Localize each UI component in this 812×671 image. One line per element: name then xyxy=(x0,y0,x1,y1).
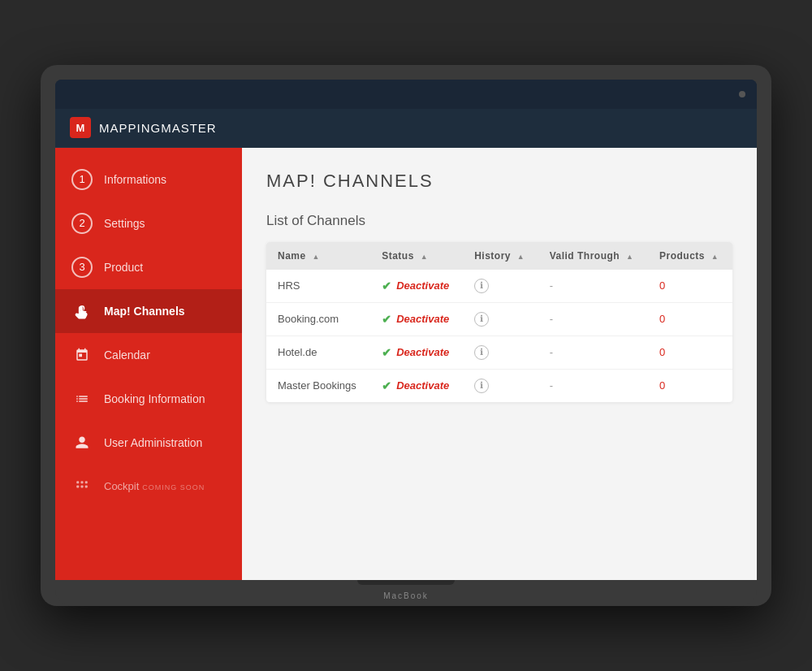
sort-arrow-valid-through: ▲ xyxy=(626,253,633,261)
sidebar-item-informations[interactable]: 1 Informations xyxy=(55,158,242,201)
list-icon xyxy=(71,388,93,409)
sort-arrow-name: ▲ xyxy=(313,253,320,261)
sidebar: 1 Informations 2 Settings 3 Product xyxy=(55,148,242,580)
col-header-history[interactable]: History ▲ xyxy=(463,242,538,270)
valid-through-val-1: - xyxy=(550,313,553,325)
cell-valid-through-0: - xyxy=(538,270,648,303)
deactivate-button-0[interactable]: Deactivate xyxy=(396,279,449,292)
check-icon-1: ✔ xyxy=(382,313,391,326)
sidebar-item-cockpit[interactable]: Cockpitcoming soon xyxy=(55,465,242,509)
cell-history-2: ℹ xyxy=(463,336,538,369)
cell-history-1: ℹ xyxy=(463,302,538,336)
svg-rect-0 xyxy=(76,481,79,483)
hand-icon xyxy=(71,301,93,322)
cell-history-0: ℹ xyxy=(463,270,538,303)
section-title: List of Channels xyxy=(266,213,732,229)
table-row: Hotel.de ✔ Deactivate ℹ - 0 xyxy=(266,336,732,369)
topbar-dot xyxy=(739,91,745,97)
cell-status-2: ✔ Deactivate xyxy=(370,336,463,369)
svg-rect-5 xyxy=(85,485,88,487)
laptop-bottom: MacBook xyxy=(55,585,757,606)
page-title: MAP! CHANNELS xyxy=(266,171,732,192)
user-icon xyxy=(71,432,93,453)
laptop-frame: M MAPPINGMASTER 1 Informations 2 Setting… xyxy=(41,65,771,606)
app-header: M MAPPINGMASTER xyxy=(55,109,757,148)
sort-arrow-status: ▲ xyxy=(421,253,428,261)
macbook-label: MacBook xyxy=(383,591,429,600)
cell-products-3: 0 xyxy=(648,369,732,402)
sidebar-label-map-channels: Map! Channels xyxy=(104,305,185,318)
cell-name-0: HRS xyxy=(266,270,370,303)
svg-rect-3 xyxy=(76,485,79,487)
sidebar-label-user-admin: User Administration xyxy=(104,436,202,449)
cell-status-3: ✔ Deactivate xyxy=(370,369,463,402)
valid-through-val-2: - xyxy=(550,346,553,358)
sidebar-item-settings[interactable]: 2 Settings xyxy=(55,201,242,245)
col-header-status[interactable]: Status ▲ xyxy=(370,242,463,270)
app-logo: MAPPINGMASTER xyxy=(99,121,217,135)
svg-rect-4 xyxy=(81,485,84,487)
calendar-icon xyxy=(71,344,93,366)
cell-valid-through-3: - xyxy=(538,369,648,402)
deactivate-button-2[interactable]: Deactivate xyxy=(396,346,449,358)
table-row: Booking.com ✔ Deactivate ℹ - 0 xyxy=(266,302,732,336)
check-icon-3: ✔ xyxy=(382,379,391,392)
svg-rect-1 xyxy=(81,481,84,483)
logo-icon: M xyxy=(70,117,91,138)
cell-status-1: ✔ Deactivate xyxy=(370,302,463,336)
info-icon-3[interactable]: ℹ xyxy=(474,379,489,393)
cell-valid-through-1: - xyxy=(538,302,648,336)
products-val-0: 0 xyxy=(659,279,665,292)
channels-table: Name ▲ Status ▲ History xyxy=(266,242,732,402)
sidebar-label-informations: Informations xyxy=(104,173,166,186)
valid-through-val-3: - xyxy=(550,379,553,392)
sidebar-item-user-admin[interactable]: User Administration xyxy=(55,421,242,465)
products-val-3: 0 xyxy=(659,379,665,392)
products-val-1: 0 xyxy=(659,313,665,325)
laptop-screen: M MAPPINGMASTER 1 Informations 2 Setting… xyxy=(55,80,757,580)
svg-rect-2 xyxy=(85,481,88,483)
topbar xyxy=(55,80,757,109)
sidebar-item-map-channels[interactable]: Map! Channels xyxy=(55,289,242,333)
sidebar-label-cockpit: Cockpitcoming soon xyxy=(104,480,205,492)
app-window: 1 Informations 2 Settings 3 Product xyxy=(55,148,757,580)
products-val-2: 0 xyxy=(659,346,665,358)
col-header-products[interactable]: Products ▲ xyxy=(648,242,732,270)
deactivate-button-3[interactable]: Deactivate xyxy=(396,379,449,392)
content-area: List of Channels Name ▲ Status xyxy=(242,205,757,580)
sidebar-item-calendar[interactable]: Calendar xyxy=(55,333,242,377)
sidebar-label-product: Product xyxy=(104,261,143,274)
sidebar-num-1: 1 xyxy=(71,169,93,190)
cell-status-0: ✔ Deactivate xyxy=(370,270,463,303)
cell-products-0: 0 xyxy=(648,270,732,303)
sort-arrow-products: ▲ xyxy=(711,253,719,261)
cell-valid-through-2: - xyxy=(538,336,648,369)
cell-name-3: Master Bookings xyxy=(266,369,370,402)
sidebar-item-product[interactable]: 3 Product xyxy=(55,245,242,289)
page-header: MAP! CHANNELS xyxy=(242,148,757,205)
sidebar-label-booking-info: Booking Information xyxy=(104,392,205,405)
coming-soon-badge: coming soon xyxy=(142,483,205,491)
sidebar-num-2: 2 xyxy=(71,213,93,234)
info-icon-0[interactable]: ℹ xyxy=(474,279,489,293)
cell-products-1: 0 xyxy=(648,302,732,336)
col-header-name[interactable]: Name ▲ xyxy=(266,242,370,270)
check-icon-0: ✔ xyxy=(382,279,391,292)
cell-history-3: ℹ xyxy=(463,369,538,402)
check-icon-2: ✔ xyxy=(382,346,391,359)
cell-name-2: Hotel.de xyxy=(266,336,370,369)
cell-products-2: 0 xyxy=(648,336,732,369)
sort-arrow-history: ▲ xyxy=(517,253,525,261)
valid-through-val-0: - xyxy=(550,279,553,292)
sidebar-item-booking-info[interactable]: Booking Information xyxy=(55,377,242,421)
sidebar-label-settings: Settings xyxy=(104,217,145,230)
cockpit-icon xyxy=(71,476,93,497)
table-row: Master Bookings ✔ Deactivate ℹ - 0 xyxy=(266,369,732,402)
col-header-valid-through[interactable]: Valid Through ▲ xyxy=(538,242,648,270)
deactivate-button-1[interactable]: Deactivate xyxy=(396,313,449,325)
info-icon-1[interactable]: ℹ xyxy=(474,312,489,327)
main-content: MAP! CHANNELS List of Channels Name ▲ xyxy=(242,148,757,580)
table-row: HRS ✔ Deactivate ℹ - 0 xyxy=(266,270,732,303)
table-header-row: Name ▲ Status ▲ History xyxy=(266,242,732,270)
info-icon-2[interactable]: ℹ xyxy=(474,345,489,360)
